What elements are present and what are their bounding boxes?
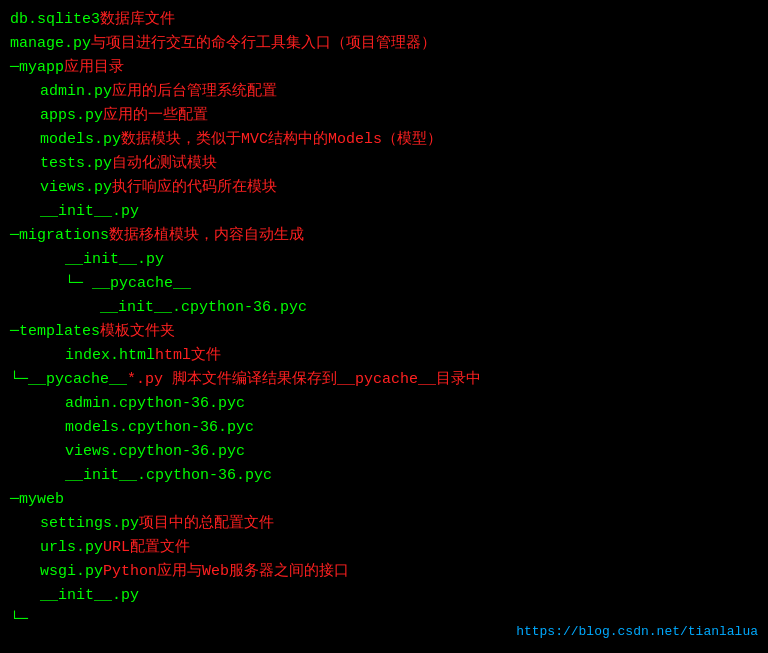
code-text: models.cpython-36.pyc (65, 416, 254, 440)
tree-line: __init__.py (40, 584, 758, 608)
tree-line: index.html html文件 (65, 344, 758, 368)
code-text: └─ (10, 608, 28, 632)
code-text: db.sqlite3 (10, 8, 100, 32)
annotation-text: *.py 脚本文件编译结果保存到__pycache__目录中 (127, 368, 481, 392)
tree-line: models.cpython-36.pyc (65, 416, 758, 440)
tree-line: └─__pycache__ *.py 脚本文件编译结果保存到__pycache_… (10, 368, 758, 392)
code-text: ─migrations (10, 224, 109, 248)
annotation-text: 应用的后台管理系统配置 (112, 80, 277, 104)
tree-line: db.sqlite3 数据库文件 (10, 8, 758, 32)
code-text: models.py (40, 128, 121, 152)
tree-line: views.cpython-36.pyc (65, 440, 758, 464)
file-tree-content: db.sqlite3 数据库文件manage.py 与项目进行交互的命令行工具集… (10, 8, 758, 632)
code-text: └─ __pycache__ (65, 272, 191, 296)
annotation-text: 项目中的总配置文件 (139, 512, 274, 536)
tree-line: apps.py 应用的一些配置 (40, 104, 758, 128)
annotation-text: 应用目录 (64, 56, 124, 80)
annotation-text: Python应用与Web服务器之间的接口 (103, 560, 349, 584)
code-text: views.py (40, 176, 112, 200)
annotation-text: 应用的一些配置 (103, 104, 208, 128)
code-text: __init__.cpython-36.pyc (65, 464, 272, 488)
tree-line: wsgi.py Python应用与Web服务器之间的接口 (40, 560, 758, 584)
code-text: __init__.py (40, 584, 139, 608)
code-text: admin.py (40, 80, 112, 104)
tree-line: __init__.cpython-36.pyc (100, 296, 758, 320)
code-text: admin.cpython-36.pyc (65, 392, 245, 416)
tree-line: └─ __pycache__ (65, 272, 758, 296)
tree-line: manage.py 与项目进行交互的命令行工具集入口（项目管理器） (10, 32, 758, 56)
tree-line: ─migrations 数据移植模块，内容自动生成 (10, 224, 758, 248)
code-text: urls.py (40, 536, 103, 560)
code-text: wsgi.py (40, 560, 103, 584)
annotation-text: 数据模块，类似于MVC结构中的Models（模型） (121, 128, 442, 152)
tree-line: __init__.py (40, 200, 758, 224)
annotation-text: 数据移植模块，内容自动生成 (109, 224, 304, 248)
tree-line: views.py 执行响应的代码所在模块 (40, 176, 758, 200)
annotation-text: 与项目进行交互的命令行工具集入口（项目管理器） (91, 32, 436, 56)
code-text: ─myapp (10, 56, 64, 80)
code-text: __init__.cpython-36.pyc (100, 296, 307, 320)
code-text: ─templates (10, 320, 100, 344)
code-text: views.cpython-36.pyc (65, 440, 245, 464)
tree-line: tests.py 自动化测试模块 (40, 152, 758, 176)
tree-line: models.py 数据模块，类似于MVC结构中的Models（模型） (40, 128, 758, 152)
tree-line: ─myapp 应用目录 (10, 56, 758, 80)
annotation-text: 模板文件夹 (100, 320, 175, 344)
code-text: index.html (65, 344, 155, 368)
annotation-text: html文件 (155, 344, 221, 368)
code-text: tests.py (40, 152, 112, 176)
tree-line: ─myweb (10, 488, 758, 512)
tree-line: settings.py 项目中的总配置文件 (40, 512, 758, 536)
code-text: apps.py (40, 104, 103, 128)
tree-line: urls.py URL配置文件 (40, 536, 758, 560)
tree-line: ─templates 模板文件夹 (10, 320, 758, 344)
tree-line: __init__.cpython-36.pyc (65, 464, 758, 488)
code-text: manage.py (10, 32, 91, 56)
code-text: __init__.py (40, 200, 139, 224)
code-text: ─myweb (10, 488, 64, 512)
tree-line: __init__.py (65, 248, 758, 272)
tree-line: admin.cpython-36.pyc (65, 392, 758, 416)
code-text: └─__pycache__ (10, 368, 127, 392)
watermark: https://blog.csdn.net/tianlalua (516, 622, 758, 643)
tree-line: admin.py 应用的后台管理系统配置 (40, 80, 758, 104)
annotation-text: 执行响应的代码所在模块 (112, 176, 277, 200)
code-text: __init__.py (65, 248, 164, 272)
code-text: settings.py (40, 512, 139, 536)
annotation-text: URL配置文件 (103, 536, 190, 560)
annotation-text: 数据库文件 (100, 8, 175, 32)
annotation-text: 自动化测试模块 (112, 152, 217, 176)
